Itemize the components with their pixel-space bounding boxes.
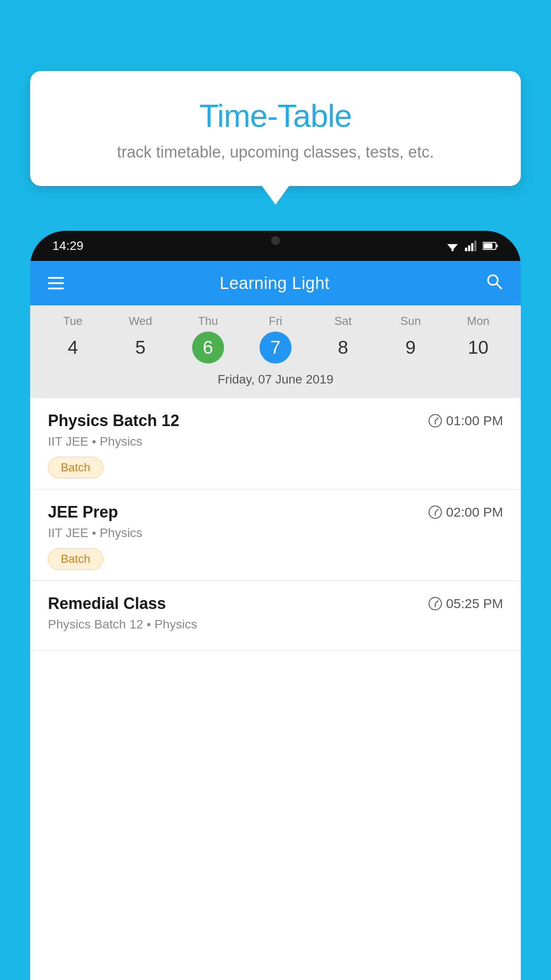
tooltip-title: Time-Table xyxy=(52,98,499,134)
status-bar: 14:29 xyxy=(30,231,521,261)
schedule-time: 05:25 PM xyxy=(429,596,503,611)
phone-camera xyxy=(271,236,280,245)
schedule-meta: IIT JEE • Physics xyxy=(48,526,503,540)
schedule-time-text: 02:00 PM xyxy=(446,505,503,520)
day-number: 6 xyxy=(192,332,224,364)
day-name: Wed xyxy=(129,314,152,328)
day-item-wed[interactable]: Wed5 xyxy=(114,314,167,364)
batch-tag: Batch xyxy=(48,548,103,570)
day-name: Fri xyxy=(269,314,282,328)
schedule-time-text: 01:00 PM xyxy=(446,413,503,428)
search-icon xyxy=(485,273,503,290)
days-row: Tue4Wed5Thu6Fri7Sat8Sun9Mon10 xyxy=(30,314,521,364)
selected-date-label: Friday, 07 June 2019 xyxy=(30,368,521,394)
day-number: 8 xyxy=(327,332,359,364)
svg-line-12 xyxy=(496,284,501,288)
schedule-meta: IIT JEE • Physics xyxy=(48,435,503,449)
day-item-sat[interactable]: Sat8 xyxy=(316,314,370,364)
signal-icon xyxy=(465,241,477,251)
svg-point-3 xyxy=(452,249,454,252)
status-time: 14:29 xyxy=(52,239,83,253)
day-number: 4 xyxy=(57,332,89,364)
day-item-sun[interactable]: Sun9 xyxy=(384,314,437,364)
hamburger-menu-button[interactable] xyxy=(48,277,64,289)
day-item-tue[interactable]: Tue4 xyxy=(46,314,99,364)
schedule-item-row: Remedial Class 05:25 PM xyxy=(48,594,503,613)
calendar-strip: Tue4Wed5Thu6Fri7Sat8Sun9Mon10 Friday, 07… xyxy=(30,305,521,398)
day-item-mon[interactable]: Mon10 xyxy=(452,314,505,364)
schedule-item[interactable]: Remedial Class 05:25 PM Physics Batch 12… xyxy=(30,581,521,651)
day-name: Mon xyxy=(467,314,490,328)
phone-frame: 14:29 xyxy=(30,231,521,980)
svg-rect-6 xyxy=(471,243,473,251)
day-name: Sat xyxy=(335,314,352,328)
app-title: Learning Light xyxy=(220,274,330,293)
schedule-name: Remedial Class xyxy=(48,594,166,613)
schedule-item-row: JEE Prep 02:00 PM xyxy=(48,503,503,522)
clock-icon xyxy=(429,597,442,610)
search-button[interactable] xyxy=(485,273,503,294)
schedule-list: Physics Batch 12 01:00 PM IIT JEE • Phys… xyxy=(30,398,521,980)
schedule-item[interactable]: Physics Batch 12 01:00 PM IIT JEE • Phys… xyxy=(30,398,521,490)
schedule-name: JEE Prep xyxy=(48,503,118,522)
svg-rect-5 xyxy=(468,245,470,251)
clock-icon xyxy=(429,506,442,519)
day-number: 5 xyxy=(124,332,156,364)
day-item-fri[interactable]: Fri7 xyxy=(249,314,302,364)
day-number: 10 xyxy=(462,332,494,364)
batch-tag: Batch xyxy=(48,457,103,478)
schedule-name: Physics Batch 12 xyxy=(48,411,179,430)
wifi-icon xyxy=(445,241,460,251)
clock-icon xyxy=(429,414,442,427)
tooltip-card: Time-Table track timetable, upcoming cla… xyxy=(30,71,521,186)
svg-rect-7 xyxy=(474,241,476,251)
app-header: Learning Light xyxy=(30,261,521,305)
battery-icon xyxy=(483,241,499,250)
day-number: 7 xyxy=(260,332,291,364)
schedule-item[interactable]: JEE Prep 02:00 PM IIT JEE • Physics Batc… xyxy=(30,490,521,581)
phone-notch xyxy=(240,231,311,253)
tooltip-subtitle: track timetable, upcoming classes, tests… xyxy=(52,143,499,162)
day-name: Thu xyxy=(198,314,218,328)
schedule-time: 01:00 PM xyxy=(429,413,503,428)
schedule-item-row: Physics Batch 12 01:00 PM xyxy=(48,411,503,430)
day-number: 9 xyxy=(395,332,427,364)
app-screen: Learning Light Tue4Wed5Thu6Fri7Sat8Sun9M… xyxy=(30,261,521,980)
day-item-thu[interactable]: Thu6 xyxy=(181,314,235,364)
svg-rect-10 xyxy=(484,243,492,249)
schedule-meta: Physics Batch 12 • Physics xyxy=(48,617,503,632)
day-name: Sun xyxy=(400,314,421,328)
status-icons xyxy=(445,241,499,251)
svg-rect-9 xyxy=(496,245,498,247)
schedule-time-text: 05:25 PM xyxy=(446,596,503,611)
day-name: Tue xyxy=(63,314,83,328)
svg-rect-4 xyxy=(465,248,467,251)
schedule-time: 02:00 PM xyxy=(429,505,503,520)
